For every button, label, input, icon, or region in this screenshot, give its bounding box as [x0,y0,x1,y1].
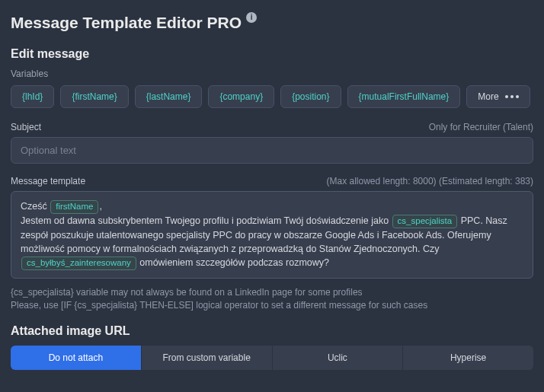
attach-option-do-not-attach[interactable]: Do not attach [11,346,142,370]
variable-chip-mutualfirstfullname[interactable]: {mutualFirstFullName} [347,85,461,108]
variable-chip-firstname[interactable]: {firstName} [60,85,128,108]
ellipsis-icon [505,95,519,98]
template-text: , [99,201,101,212]
attach-option-hyperise[interactable]: Hyperise [403,346,533,370]
message-template-editor[interactable]: Cześć firstName, Jestem od dawna subskry… [11,191,533,279]
variable-warning-line1: {cs_specjalista} variable may not always… [11,286,533,299]
template-text: omówieniem szczegółów podczas rozmowy? [137,257,329,268]
variable-chip-company[interactable]: {company} [208,85,274,108]
inline-variable-cs-bylbys[interactable]: cs_byłbyś_zainteresowany [21,257,136,270]
edit-message-heading: Edit message [11,47,533,61]
attached-image-heading: Attached image URL [11,324,533,338]
variable-chip-lhid[interactable]: {lhId} [11,85,54,108]
info-icon[interactable]: i [246,12,257,23]
variable-warning-line2: Please, use [IF {cs_specjalista} THEN-EL… [11,299,533,312]
page-title: Message Template Editor PRO [11,14,242,32]
more-label: More [478,91,498,102]
template-text: Cześć [21,201,50,212]
inline-variable-firstname[interactable]: firstName [50,200,98,214]
template-aside: (Max allowed length: 8000) (Estimated le… [327,176,533,186]
template-label: Message template [11,176,85,186]
variable-warning: {cs_specjalista} variable may not always… [11,286,533,313]
attach-option-custom-variable[interactable]: From custom variable [142,346,273,370]
variables-label: Variables [11,69,533,79]
variable-chip-row: {lhId} {firstName} {lastName} {company} … [11,85,533,108]
subject-label: Subject [11,122,41,132]
variable-chip-more[interactable]: More [466,85,530,108]
variable-chip-position[interactable]: {position} [280,85,341,108]
variable-chip-lastname[interactable]: {lastName} [135,85,203,108]
attach-segmented-control: Do not attach From custom variable Uclic… [11,346,533,370]
attach-option-uclic[interactable]: Uclic [273,346,404,370]
template-text: Jestem od dawna subskrybentem Twojego pr… [21,215,392,226]
subject-aside: Only for Recruiter (Talent) [429,122,533,132]
inline-variable-cs-specjalista[interactable]: cs_specjalista [392,215,458,228]
subject-input[interactable] [11,137,533,164]
